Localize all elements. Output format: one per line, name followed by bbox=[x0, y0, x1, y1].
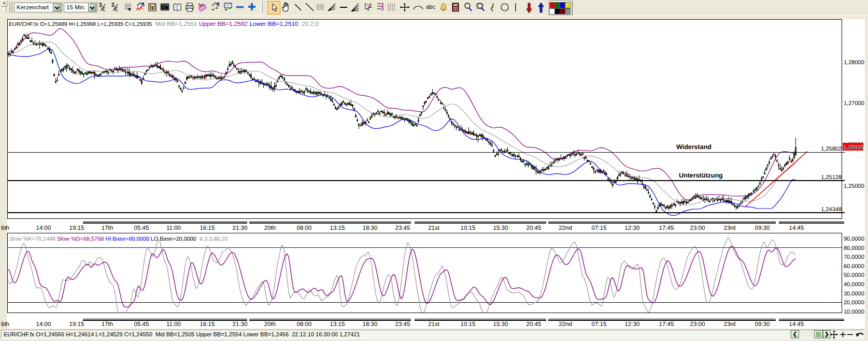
svg-text:abc: abc bbox=[426, 4, 435, 10]
svg-text:20th: 20th bbox=[264, 225, 276, 231]
svg-text:11:00: 11:00 bbox=[166, 225, 181, 231]
svg-text:10:15: 10:15 bbox=[461, 321, 476, 328]
svg-text:09:30: 09:30 bbox=[755, 321, 770, 328]
svg-text:6th: 6th bbox=[1, 321, 9, 328]
svg-text:07:15: 07:15 bbox=[592, 321, 607, 328]
svg-text:23:00: 23:00 bbox=[690, 225, 705, 231]
svg-text:16:15: 16:15 bbox=[200, 321, 215, 328]
svg-text:1,25802: 1,25802 bbox=[821, 146, 842, 152]
svg-text:17:45: 17:45 bbox=[659, 321, 674, 328]
svg-text:18:30: 18:30 bbox=[363, 321, 378, 328]
svg-text:11:00: 11:00 bbox=[166, 321, 181, 328]
svg-text:1,24348: 1,24348 bbox=[821, 206, 842, 213]
svg-text:20:45: 20:45 bbox=[527, 321, 542, 328]
svg-text:23:45: 23:45 bbox=[395, 321, 410, 328]
svg-text:40,0000: 40,0000 bbox=[844, 281, 864, 288]
svg-text:1,25000: 1,25000 bbox=[844, 183, 864, 189]
svg-text:EUR/CHF.fx O=1,25989 H=1,25998: EUR/CHF.fx O=1,25989 H=1,25998 L=1,25935… bbox=[9, 20, 319, 27]
svg-text:14:45: 14:45 bbox=[789, 225, 804, 231]
svg-text:12:30: 12:30 bbox=[625, 321, 640, 328]
svg-text:19:15: 19:15 bbox=[69, 321, 84, 328]
svg-text:Unterstützung: Unterstützung bbox=[679, 172, 723, 179]
svg-text:22nd: 22nd bbox=[559, 225, 572, 231]
svg-text:18:30: 18:30 bbox=[363, 225, 378, 231]
svg-text:19:15: 19:15 bbox=[69, 225, 84, 231]
svg-text:16:15: 16:15 bbox=[200, 225, 215, 231]
svg-text:1,25935: 1,25935 bbox=[844, 144, 864, 151]
svg-text:15:30: 15:30 bbox=[493, 225, 508, 231]
svg-text:80,0000: 80,0000 bbox=[844, 245, 864, 251]
svg-text:14:45: 14:45 bbox=[789, 321, 804, 328]
svg-text:Slow %K=70,1448 Slow %D=68,576: Slow %K=70,1448 Slow %D=68,5768 HI Base=… bbox=[9, 236, 227, 242]
svg-text:13:15: 13:15 bbox=[330, 225, 345, 231]
svg-text:90,0000: 90,0000 bbox=[844, 236, 864, 242]
svg-text:1,25128: 1,25128 bbox=[821, 174, 842, 181]
svg-text:€: € bbox=[102, 6, 105, 12]
svg-text:€: € bbox=[115, 6, 118, 12]
svg-text:21:30: 21:30 bbox=[233, 321, 248, 328]
svg-text:15:30: 15:30 bbox=[493, 321, 508, 328]
svg-text:23:00: 23:00 bbox=[690, 321, 705, 328]
svg-text:23:45: 23:45 bbox=[395, 225, 410, 231]
svg-text:1,28000: 1,28000 bbox=[844, 60, 864, 66]
svg-text:10,0000: 10,0000 bbox=[844, 309, 864, 315]
svg-text:6th: 6th bbox=[1, 225, 9, 231]
svg-text:30,0000: 30,0000 bbox=[844, 291, 864, 297]
svg-text:17th: 17th bbox=[102, 225, 113, 231]
svg-text:05:45: 05:45 bbox=[134, 225, 149, 231]
svg-text:23rd: 23rd bbox=[723, 321, 735, 328]
svg-text:Widerstand: Widerstand bbox=[676, 143, 712, 151]
svg-text:60,0000: 60,0000 bbox=[844, 263, 864, 270]
svg-text:20:45: 20:45 bbox=[527, 225, 542, 231]
svg-text:17th: 17th bbox=[102, 321, 113, 328]
svg-text:70,0000: 70,0000 bbox=[844, 254, 864, 260]
svg-text:20,0000: 20,0000 bbox=[844, 300, 864, 306]
svg-text:08:00: 08:00 bbox=[297, 321, 312, 328]
svg-text:13:15: 13:15 bbox=[330, 321, 345, 328]
svg-text:21st: 21st bbox=[428, 321, 440, 328]
svg-text:23rd: 23rd bbox=[723, 225, 735, 231]
svg-text:12:30: 12:30 bbox=[625, 225, 640, 231]
svg-text:1,27000: 1,27000 bbox=[844, 100, 864, 107]
svg-text:50,0000: 50,0000 bbox=[844, 272, 864, 278]
svg-text:21st: 21st bbox=[428, 225, 440, 231]
svg-text:09:30: 09:30 bbox=[755, 225, 770, 231]
svg-text:17:45: 17:45 bbox=[659, 225, 674, 231]
svg-text:21:30: 21:30 bbox=[233, 225, 248, 231]
svg-text:14:00: 14:00 bbox=[36, 225, 51, 231]
svg-text:07:15: 07:15 bbox=[592, 225, 607, 231]
svg-text:05:45: 05:45 bbox=[134, 321, 149, 328]
svg-text:22nd: 22nd bbox=[559, 321, 572, 328]
svg-text:10:15: 10:15 bbox=[461, 225, 476, 231]
svg-text:20th: 20th bbox=[264, 321, 276, 328]
svg-text:14:00: 14:00 bbox=[36, 321, 51, 328]
svg-text:08:00: 08:00 bbox=[297, 225, 312, 231]
